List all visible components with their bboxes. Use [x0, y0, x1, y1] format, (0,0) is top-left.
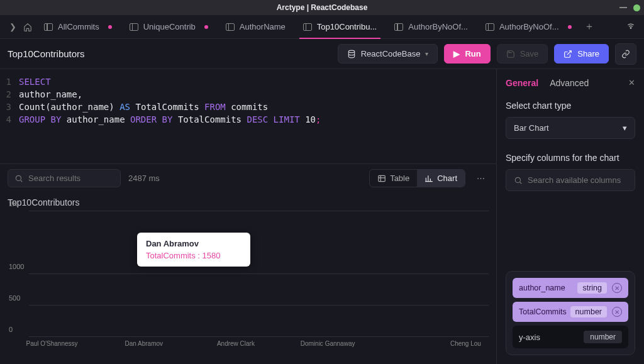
copy-link-button[interactable]: [615, 43, 636, 65]
file-icon: [303, 23, 312, 31]
more-options-button[interactable]: ⋯: [473, 174, 489, 183]
chart-area: Top10Contributors 050010001KPaul O'Shann…: [0, 192, 496, 364]
query-timing: 2487 ms: [128, 174, 160, 183]
tab-general[interactable]: General: [506, 78, 538, 88]
editor-tab[interactable]: Top10Contribu...: [294, 15, 386, 39]
chart-icon: [425, 174, 433, 183]
share-button[interactable]: Share: [554, 44, 609, 63]
unsaved-dot-icon: [568, 25, 572, 29]
chevron-down-icon: ▾: [623, 123, 627, 133]
columns-label: Specify columns for the chart: [506, 153, 635, 163]
file-icon: [130, 23, 138, 31]
column-chip[interactable]: author_namestring✕: [513, 278, 628, 298]
file-icon: [394, 23, 403, 31]
close-window-icon[interactable]: [633, 4, 640, 11]
svg-rect-3: [379, 175, 386, 181]
minimize-icon[interactable]: [619, 7, 627, 8]
editor-tab[interactable]: UniqueContrib: [121, 15, 217, 39]
svg-point-4: [515, 177, 520, 182]
chart-config-panel: ✕ General Advanced Select chart type Bar…: [497, 69, 644, 364]
window-title: Arctype | ReactCodebase: [277, 3, 368, 12]
database-selector[interactable]: ReactCodeBase ▾: [338, 44, 438, 63]
save-icon: [506, 50, 515, 58]
editor-tab[interactable]: AuthorName: [217, 15, 294, 39]
columns-chipbox: author_namestring✕TotalCommitsnumber✕y-a…: [506, 271, 635, 355]
chart-type-select[interactable]: Bar Chart ▾: [506, 117, 635, 139]
chart-title: Top10Contributors: [8, 197, 489, 207]
home-icon[interactable]: [20, 23, 35, 31]
column-chip[interactable]: TotalCommitsnumber✕: [513, 302, 628, 322]
sql-editor[interactable]: 1SELECT2author_name,3Count(author_name) …: [0, 69, 496, 163]
file-icon: [226, 23, 235, 31]
save-button[interactable]: Save: [497, 44, 548, 63]
run-button[interactable]: ▶ Run: [444, 44, 490, 63]
unsaved-dot-icon: [204, 25, 208, 29]
svg-point-0: [630, 28, 631, 29]
axis-row[interactable]: y-axisnumber: [513, 326, 628, 348]
database-icon: [347, 50, 356, 58]
toolbar: Top10Contributors ReactCodeBase ▾ ▶ Run …: [0, 39, 644, 69]
search-results-input[interactable]: Search results: [8, 169, 121, 187]
share-icon: [564, 50, 572, 58]
search-icon: [14, 174, 23, 183]
editor-tab[interactable]: AuthorByNoOf...: [477, 15, 580, 39]
chevron-down-icon: ▾: [425, 50, 428, 57]
columns-search-input[interactable]: Search available columns: [506, 169, 635, 191]
window-titlebar: Arctype | ReactCodebase: [0, 0, 644, 15]
file-icon: [44, 23, 53, 31]
editor-tab[interactable]: AuthorByNoOf...: [386, 15, 477, 39]
view-toggle: Table Chart: [369, 169, 465, 187]
table-icon: [377, 174, 386, 183]
file-icon: [486, 23, 494, 31]
results-toolbar: Search results 2487 ms Table Chart ⋯: [0, 163, 496, 192]
unsaved-dot-icon: [108, 25, 112, 29]
chart-view-button[interactable]: Chart: [417, 170, 465, 187]
chart-type-label: Select chart type: [506, 101, 635, 111]
tooltip-name: Dan Abramov: [146, 239, 242, 248]
svg-point-1: [348, 50, 354, 53]
table-view-button[interactable]: Table: [370, 170, 417, 187]
tooltip-value: TotalCommits : 1580: [146, 251, 242, 260]
tab-bar: ❯ AllCommitsUniqueContribAuthorNameTop10…: [0, 15, 644, 39]
wifi-icon[interactable]: [626, 21, 635, 32]
svg-point-2: [16, 175, 21, 180]
search-icon: [514, 176, 523, 185]
remove-chip-icon[interactable]: ✕: [612, 283, 622, 293]
forward-icon[interactable]: ❯: [5, 22, 20, 31]
bar-chart[interactable]: 050010001KPaul O'ShannessyDan AbramovAnd…: [29, 211, 489, 337]
chart-tooltip: Dan Abramov TotalCommits : 1580: [137, 233, 250, 267]
page-title: Top10Contributors: [8, 48, 331, 59]
add-tab-button[interactable]: ＋: [584, 20, 594, 33]
remove-chip-icon[interactable]: ✕: [612, 307, 622, 317]
link-icon: [621, 50, 630, 58]
play-icon: ▶: [453, 49, 460, 58]
tab-advanced[interactable]: Advanced: [550, 78, 589, 88]
close-panel-button[interactable]: ✕: [628, 78, 635, 87]
editor-tab[interactable]: AllCommits: [35, 15, 121, 39]
